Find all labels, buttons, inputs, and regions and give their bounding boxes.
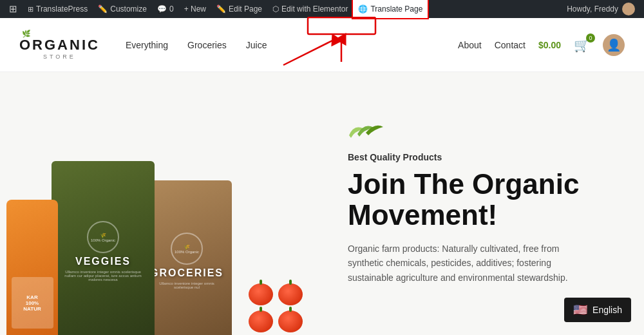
primary-nav: Everything Groceries Juice [126,40,458,50]
customize-icon: ✏️ [98,5,108,14]
translatepress-item[interactable]: ⊞ TranslatePress [23,0,93,18]
hero-text: Best Quality Products Join The Organic M… [322,72,644,335]
site-logo[interactable]: 🌿 ORGANIC STORE [19,30,100,60]
bag-seal-green: 🌾 100% Organic [87,221,119,253]
bottle-brand: KAR100%NATUR [23,294,41,312]
site-header: 🌿 ORGANIC STORE Everything Groceries Jui… [0,18,644,72]
comment-icon: 💬 [157,5,167,14]
translate-page-label: Translate Page [370,5,422,14]
logo-sub: STORE [43,53,76,60]
customize-label: Customize [110,5,147,14]
nav-everything[interactable]: Everything [126,40,168,50]
bottle-label: KAR100%NATUR [12,277,53,329]
edit-elementor-label: Edit with Elementor [281,5,348,14]
wp-logo-icon: ⊞ [9,3,17,15]
green-bag: 🌾 100% Organic VEGGIES Ullamco inventore… [52,161,155,335]
tomatoes [249,283,303,335]
bag-seal-brown: 🌾 100% Organic [171,233,203,265]
elementor-icon: ⬡ [272,5,279,14]
howdy-label: Howdy, Freddy [567,5,618,14]
juice-bottle: KAR100%NATUR [6,200,58,335]
comments-item[interactable]: 💬 0 [152,0,179,18]
nav-juice[interactable]: Juice [246,40,267,50]
language-label: English [592,305,622,315]
nav-groceries[interactable]: Groceries [187,40,227,50]
wp-logo-item[interactable]: ⊞ [4,0,23,18]
edit-page-icon: ✏️ [216,5,226,14]
hero-title: Join The Organic Movement! [348,169,612,231]
hero-leaves-icon [348,122,612,144]
tomato-3 [249,311,273,332]
nav-contact[interactable]: Contact [495,40,526,50]
cart-count: 0 [586,34,595,43]
edit-page-label: Edit Page [229,5,262,14]
main-content: KAR100%NATUR 🌾 100% Organic VEGGIES Ulla… [0,72,644,335]
tomato-1 [249,283,273,305]
green-bag-body: Ullamco inventore integer omnis sceleris… [52,270,155,282]
logo-text: ORGANIC [19,38,100,52]
translatepress-label: TranslatePress [36,5,88,14]
nav-about[interactable]: About [458,40,482,50]
edit-elementor-item[interactable]: ⬡ Edit with Elementor [267,0,353,18]
brown-bag-title: GROCERIES [150,267,223,279]
new-item[interactable]: + New [179,0,211,18]
tomato-4 [278,311,303,332]
edit-page-item[interactable]: ✏️ Edit Page [211,0,267,18]
user-avatar[interactable]: 👤 [603,34,625,56]
translatepress-icon: ⊞ [28,5,33,14]
comments-count: 0 [169,5,174,14]
hero-description: Organic farm products: Naturally cultiva… [348,242,592,285]
green-bag-seal-text: 100% Organic [91,238,115,242]
admin-avatar [622,3,635,15]
customize-item[interactable]: ✏️ Customize [93,0,152,18]
hero-subtitle: Best Quality Products [348,152,612,162]
admin-bar: ⊞ ⊞ TranslatePress ✏️ Customize 💬 0 + Ne… [0,0,644,18]
cart-price[interactable]: $0.00 [538,40,561,50]
admin-bar-right: Howdy, Freddy [562,3,640,15]
brown-bag-seal-text: 100% Organic [175,250,199,254]
brown-bag-body: Ullamco inventore integer omnis sceleris… [142,282,232,289]
header-right: About Contact $0.00 🛒 0 👤 [458,34,625,56]
language-badge[interactable]: 🇺🇸 English [564,298,631,322]
tomato-2 [278,283,303,305]
cart-icon-wrap[interactable]: 🛒 0 [574,37,590,53]
translate-page-icon: 🌐 [358,5,368,14]
green-bag-title: VEGGIES [75,256,131,267]
new-label: + New [184,5,206,14]
translate-page-item[interactable]: 🌐 Translate Page [353,0,428,18]
brown-bag: 🌾 100% Organic GROCERIES Ullamco invento… [142,180,232,335]
product-images: KAR100%NATUR 🌾 100% Organic VEGGIES Ulla… [0,72,322,335]
flag-icon: 🇺🇸 [573,303,587,317]
